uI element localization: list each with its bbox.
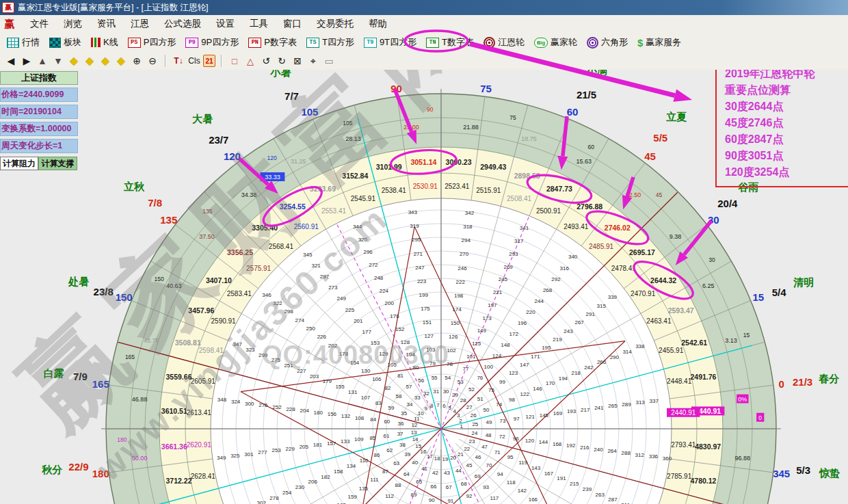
svg-text:30: 30: [443, 388, 449, 395]
menu-help[interactable]: 帮助: [361, 16, 395, 32]
main-toolbar: 行情板块K线PSP四方形P99P四方形PNP数字表TST四方形T99T四方形TN…: [0, 33, 848, 53]
svg-text:166: 166: [529, 496, 538, 503]
svg-text:65: 65: [416, 479, 422, 485]
svg-text:324: 324: [231, 399, 241, 405]
svg-text:14: 14: [412, 436, 419, 442]
menu-browse[interactable]: 浏览: [56, 16, 90, 32]
calendar-button[interactable]: 21: [203, 55, 215, 67]
tool-gann-wheel-button[interactable]: 江恩轮: [479, 35, 529, 50]
next-button[interactable]: ▶: [20, 54, 34, 68]
tool-9p-square-button[interactable]: P99P四方形: [181, 35, 243, 50]
tool-t-square-button[interactable]: TST四方形: [302, 35, 358, 50]
rotate-cw-button[interactable]: ↻: [275, 54, 289, 68]
svg-text:92: 92: [466, 493, 472, 499]
tool-p-table-button[interactable]: PNP数字表: [244, 35, 301, 50]
tool-t-table-button[interactable]: TNT数字表: [422, 35, 478, 50]
menu-trade-entrust[interactable]: 交易委托: [309, 16, 361, 32]
tool-9t-square-button[interactable]: T99T四方形: [360, 35, 421, 50]
crosshair-button[interactable]: ⌖: [306, 54, 320, 68]
calc-resistance-button[interactable]: 计算阻力: [0, 157, 38, 170]
delete-box-button[interactable]: ⊠: [291, 54, 304, 68]
tool-quotes-button[interactable]: 行情: [3, 35, 44, 50]
pan-down-button[interactable]: ◆: [114, 54, 128, 68]
svg-text:276: 276: [259, 402, 268, 408]
svg-text:360: 360: [663, 455, 672, 462]
svg-text:32: 32: [423, 390, 429, 397]
svg-text:63: 63: [393, 460, 399, 466]
annotation-line: 90度3051点: [725, 148, 848, 164]
cls-button[interactable]: Cls: [187, 54, 201, 68]
svg-text:48: 48: [486, 432, 492, 438]
rotate-down-button[interactable]: ▼: [51, 54, 65, 68]
menu-window[interactable]: 窗口: [276, 16, 309, 32]
svg-text:40: 40: [412, 460, 418, 466]
screen-button[interactable]: ▭: [322, 54, 336, 68]
title-bar: 赢 赢家江恩专业版[赢家服务平台] - [上证指数 江恩轮]: [0, 0, 848, 15]
pan-up-button[interactable]: ◆: [98, 54, 112, 68]
svg-text:201: 201: [354, 318, 363, 324]
svg-text:5/5: 5/5: [653, 132, 667, 144]
time-row: 时间=20190104: [0, 105, 78, 119]
prev-button[interactable]: ◀: [4, 54, 18, 68]
tool-hexagon-button[interactable]: 六角形: [583, 35, 632, 50]
svg-text:72: 72: [499, 434, 505, 440]
tool-winner-wheel-button[interactable]: Big赢家轮: [530, 35, 581, 50]
svg-text:200: 200: [384, 300, 394, 306]
symbol-name: 上证指数: [0, 71, 78, 85]
tool-sectors-button[interactable]: 板块: [45, 35, 85, 50]
svg-text:135: 135: [202, 208, 212, 215]
svg-text:247: 247: [415, 265, 425, 271]
svg-text:64: 64: [403, 471, 410, 477]
pan-left-button[interactable]: ◆: [67, 54, 81, 68]
tool-kline-button[interactable]: K线: [87, 35, 122, 50]
svg-text:18.75: 18.75: [521, 135, 537, 142]
tool-winner-service-icon: $: [637, 37, 643, 49]
menu-file[interactable]: 文件: [23, 16, 56, 32]
svg-text:大暑: 大暑: [192, 113, 213, 124]
svg-text:275: 275: [271, 357, 281, 363]
svg-text:90: 90: [390, 83, 402, 94]
svg-text:325: 325: [230, 453, 240, 459]
menu-formula-picker[interactable]: 公式选股: [157, 16, 209, 32]
pan-right-button[interactable]: ◆: [83, 54, 96, 68]
svg-text:246: 246: [458, 265, 467, 271]
tool-winner-service-button[interactable]: $赢家服务: [633, 35, 685, 50]
tool-p-square-button[interactable]: PSP四方形: [124, 35, 181, 50]
tool-sectors-label: 板块: [64, 36, 81, 49]
svg-text:217: 217: [581, 407, 590, 413]
svg-text:244: 244: [535, 298, 544, 304]
rotate-ccw-button[interactable]: ↺: [259, 54, 273, 68]
triangle-tool-button[interactable]: △: [243, 54, 257, 68]
calc-support-button[interactable]: 计算支撑: [38, 157, 77, 170]
svg-text:226: 226: [317, 334, 327, 340]
menu-news[interactable]: 资讯: [90, 16, 123, 32]
menu-settings[interactable]: 设置: [209, 16, 242, 32]
svg-text:299: 299: [259, 352, 268, 358]
zoom-in-button[interactable]: ⊕: [130, 54, 144, 68]
svg-text:241: 241: [594, 405, 604, 411]
svg-text:277: 277: [258, 449, 267, 455]
app-logo-icon: 赢: [2, 2, 14, 13]
menu-gann[interactable]: 江恩: [123, 16, 157, 32]
svg-text:45: 45: [466, 462, 472, 468]
svg-text:127: 127: [425, 333, 434, 339]
price-time-button[interactable]: T↓: [172, 54, 185, 68]
svg-text:60: 60: [588, 144, 595, 150]
rotate-up-button[interactable]: ▲: [36, 54, 49, 68]
svg-text:249: 249: [336, 295, 346, 302]
tool-9t-square-label: 9T四方形: [380, 36, 416, 49]
svg-text:76: 76: [477, 375, 483, 381]
svg-text:150: 150: [116, 291, 133, 303]
svg-text:53: 53: [458, 379, 464, 385]
svg-text:6.25: 6.25: [702, 282, 715, 289]
svg-text:69: 69: [475, 473, 481, 479]
zoom-out-button[interactable]: ⊖: [146, 54, 159, 68]
svg-text:4830.97: 4830.97: [695, 442, 721, 451]
svg-text:111: 111: [370, 477, 379, 483]
menu-tools[interactable]: 工具: [242, 16, 276, 32]
svg-text:71: 71: [494, 449, 501, 455]
rect-tool-button[interactable]: □: [228, 54, 241, 68]
svg-text:194: 194: [559, 375, 568, 382]
svg-text:30: 30: [708, 214, 719, 226]
svg-text:221: 221: [493, 289, 503, 295]
